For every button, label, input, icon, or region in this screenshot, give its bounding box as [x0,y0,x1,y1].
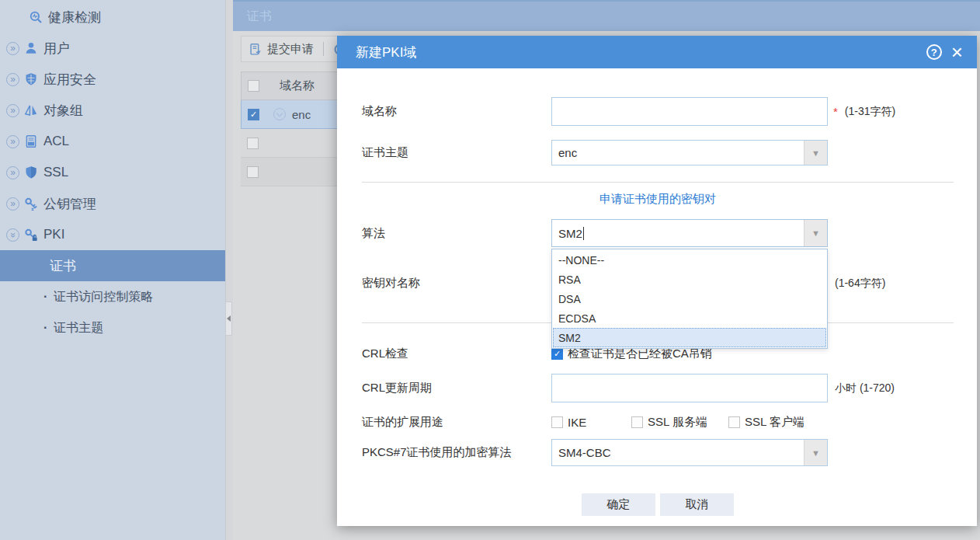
page-title: 证书 [247,9,272,25]
crl-check-checkbox-checked[interactable] [551,348,563,360]
crl-period-label: CRL更新周期 [362,381,551,395]
cancel-button[interactable]: 取消 [660,493,734,516]
chevron-expand-icon[interactable] [6,104,19,117]
dropdown-option-ecdsa[interactable]: ECDSA [553,308,826,328]
required-asterisk: * [833,105,838,118]
usage-ssl-client: SSL 客户端 [728,415,805,430]
pkcs7-row: PKCS#7证书使用的加密算法 SM4-CBC ▼ [362,439,954,466]
dropdown-option-none[interactable]: --NONE-- [553,250,826,270]
algorithm-combobox[interactable]: SM2 ▼ [551,219,828,247]
health-check-icon [29,10,43,24]
section-divider [362,182,954,183]
sidebar-item-app-security[interactable]: 应用安全 [0,64,225,95]
spacer [11,11,24,24]
chevron-down-icon[interactable]: ▼ [804,141,827,165]
ssl-client-label: SSL 客户端 [745,415,805,430]
keypair-link[interactable]: 申请证书使用的密钥对 [599,192,716,205]
sidebar-divider [225,0,233,540]
row-expand-icon[interactable] [273,108,286,120]
row-checkbox-checked[interactable] [248,109,259,120]
domain-name-input[interactable] [551,97,828,126]
submit-request-icon [249,43,262,56]
collapse-arrow-icon [227,315,231,322]
user-icon [24,41,38,55]
cert-subject-select[interactable]: enc ▼ [551,140,828,165]
row-checkbox[interactable] [247,138,259,149]
crl-check-label: CRL检查 [362,347,551,361]
ssl-server-checkbox[interactable] [631,416,643,428]
sidebar-item-label: 证书主题 [54,320,103,336]
extended-usage-label: 证书的扩展用途 [362,415,551,430]
ike-checkbox[interactable] [551,416,563,428]
crl-period-hint: 小时 (1-720) [835,381,895,395]
dialog-button-row: 确定 取消 [362,493,954,516]
chevron-down-icon[interactable]: ▼ [804,220,827,246]
sidebar-item-acl[interactable]: ACL [0,126,225,157]
public-key-icon [24,197,38,211]
sidebar-item-label: 健康检测 [48,9,101,26]
domain-name-row: 域名称 * (1-31字符) [362,68,954,126]
sidebar-item-cert-access-policy[interactable]: 证书访问控制策略 [0,281,225,312]
ssl-client-checkbox[interactable] [728,416,740,428]
sidebar-item-health-check[interactable]: 健康检测 [0,2,225,33]
sidebar-item-label: 证书 [50,257,76,275]
sidebar-item-object-group[interactable]: 对象组 [0,95,225,126]
sidebar: 健康检测 用户 应用安全 对象组 ACL SSL [0,0,225,540]
keypair-name-hint: (1-64字符) [835,277,885,291]
sidebar-item-label: 对象组 [43,102,83,120]
pki-icon [24,228,38,242]
sidebar-item-ssl[interactable]: SSL [0,157,225,188]
object-group-icon [24,103,38,117]
domain-name-label: 域名称 [362,104,551,119]
algorithm-value: SM2 [558,227,582,240]
ike-label: IKE [568,416,586,429]
crl-period-input[interactable] [551,374,828,402]
submit-request-label: 提交申请 [267,42,314,57]
row-checkbox[interactable] [247,166,259,178]
sidebar-item-label: PKI [43,227,64,242]
sidebar-collapse-handle[interactable] [225,301,232,336]
ssl-icon [24,165,38,179]
sidebar-item-cert-subject[interactable]: 证书主题 [0,312,225,343]
chevron-down-icon[interactable]: ▼ [804,440,827,465]
pkcs7-value: SM4-CBC [552,446,804,459]
help-icon[interactable]: ? [926,44,942,60]
select-all-checkbox[interactable] [248,80,259,92]
domain-name-hint: (1-31字符) [845,105,895,119]
dropdown-option-dsa[interactable]: DSA [553,289,826,308]
domain-name-cell: enc [292,108,311,121]
sidebar-item-public-key[interactable]: 公钥管理 [0,188,225,219]
chevron-expand-icon[interactable] [6,135,19,148]
chevron-expand-icon[interactable] [6,166,19,179]
sidebar-item-label: ACL [43,134,69,149]
cert-subject-row: 证书主题 enc ▼ [362,140,954,165]
keypair-link-row: 申请证书使用的密钥对 [362,192,954,207]
app-security-icon [24,72,38,86]
pkcs7-select[interactable]: SM4-CBC ▼ [551,439,828,466]
sidebar-item-label: 公钥管理 [43,195,96,213]
sidebar-item-certificate-selected[interactable]: 证书 [0,250,225,281]
extended-usage-row: 证书的扩展用途 IKE SSL 服务端 SSL 客户端 [362,415,954,430]
submit-request-button[interactable]: 提交申请 [249,42,314,57]
close-icon[interactable]: × [951,44,963,60]
sidebar-item-label: 用户 [43,40,70,57]
sidebar-item-label: 证书访问控制策略 [54,289,153,305]
cert-subject-label: 证书主题 [362,145,551,160]
chevron-collapse-icon[interactable] [6,228,19,242]
sidebar-item-pki[interactable]: PKI [0,219,225,250]
cert-subject-value: enc [552,146,804,159]
new-pki-domain-dialog: 新建PKI域 ? × 域名称 * (1-31字符) 证书主题 enc ▼ 申请证… [337,36,977,526]
dropdown-option-sm2-highlighted[interactable]: SM2 [553,328,826,347]
acl-icon [24,134,38,148]
dialog-body: 域名称 * (1-31字符) 证书主题 enc ▼ 申请证书使用的密钥对 算法 … [337,68,977,526]
chevron-expand-icon[interactable] [6,42,19,55]
chevron-expand-icon[interactable] [6,73,19,86]
ok-button[interactable]: 确定 [582,493,655,516]
chevron-expand-icon[interactable] [6,197,19,211]
keypair-name-label: 密钥对名称 [362,276,551,291]
crl-period-row: CRL更新周期 小时 (1-720) [362,374,954,402]
sidebar-item-users[interactable]: 用户 [0,33,225,64]
dropdown-option-rsa[interactable]: RSA [553,270,826,289]
sidebar-item-label: 应用安全 [43,71,96,89]
usage-ssl-server: SSL 服务端 [631,415,728,430]
